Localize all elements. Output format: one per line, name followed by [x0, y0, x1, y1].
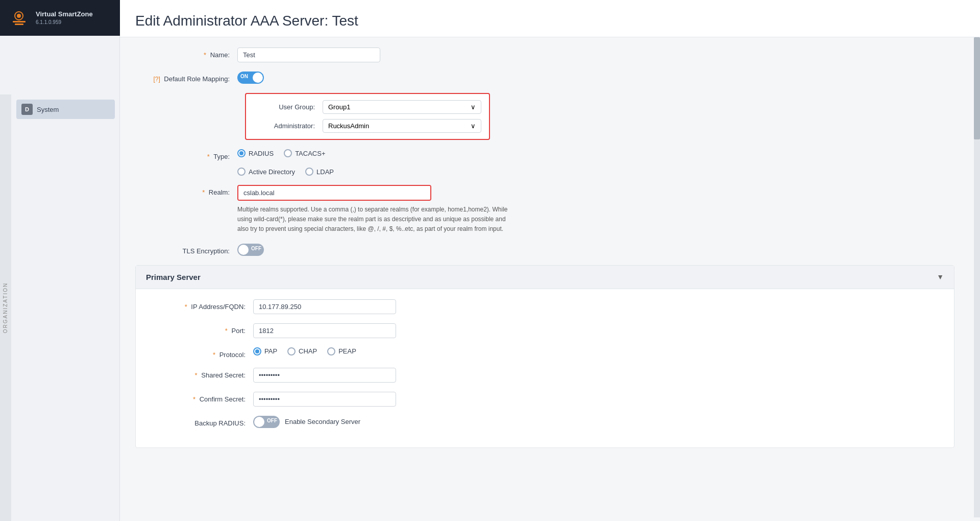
- logo-area: Virtual SmartZone 6.1.1.0.959: [0, 0, 120, 36]
- tree-item-label-system: System: [37, 106, 59, 113]
- tls-label-text: TLS Encryption:: [183, 247, 230, 255]
- type-ad-option[interactable]: Active Directory: [237, 168, 295, 176]
- confirm-secret-control: [253, 392, 396, 407]
- ldap-radio[interactable]: [305, 168, 313, 176]
- scrollbar-track[interactable]: [974, 37, 980, 517]
- organization-label: ORGANIZATION: [3, 282, 9, 333]
- port-row: * Port:: [151, 323, 939, 338]
- realm-control: Multiple realms supported. Use a comma (…: [237, 185, 954, 234]
- svg-rect-3: [13, 21, 26, 22]
- tls-toggle-knob: [238, 245, 249, 255]
- backup-radius-row: Backup RADIUS: OFF Enable Secondary Serv…: [151, 416, 939, 428]
- name-required-asterisk: *: [204, 51, 206, 59]
- backup-radius-control: OFF Enable Secondary Server: [253, 416, 457, 428]
- backup-radius-label-text: Backup RADIUS:: [194, 419, 246, 427]
- tls-toggle[interactable]: OFF: [237, 244, 264, 256]
- type-label: * Type:: [135, 149, 237, 160]
- name-control: [237, 48, 380, 62]
- ip-input[interactable]: [253, 299, 396, 314]
- primary-server-header[interactable]: Primary Server ▼: [136, 266, 954, 289]
- peap-radio[interactable]: [327, 347, 335, 356]
- ad-label: Active Directory: [249, 168, 295, 176]
- realm-input[interactable]: [238, 186, 431, 200]
- user-group-select[interactable]: Group1 ∨: [323, 100, 481, 114]
- ldap-label: LDAP: [316, 168, 334, 176]
- port-label: * Port:: [151, 323, 253, 335]
- svg-point-2: [17, 14, 21, 18]
- modal-header: Edit Administrator AAA Server: Test: [120, 0, 980, 37]
- confirm-secret-label: * Confirm Secret:: [151, 392, 253, 403]
- confirm-secret-input[interactable]: [253, 392, 396, 407]
- default-role-toggle[interactable]: ON: [237, 72, 264, 84]
- ip-control: [253, 299, 396, 314]
- administrator-value: RuckusAdmin: [328, 122, 369, 130]
- realm-required-asterisk: *: [202, 188, 205, 196]
- toggle-switch-on: ON: [237, 72, 380, 84]
- tls-label: TLS Encryption:: [135, 244, 237, 255]
- collapse-chevron-icon: ▼: [937, 273, 944, 281]
- protocol-peap-option[interactable]: PEAP: [327, 347, 356, 356]
- tls-off-label: OFF: [251, 246, 261, 251]
- name-label: * Name:: [135, 48, 237, 59]
- confirm-secret-required: *: [193, 395, 195, 403]
- org-side-label: ORGANIZATION: [0, 94, 11, 521]
- name-row: * Name:: [135, 48, 954, 62]
- sidebar: ORGANIZATION D System: [0, 36, 120, 521]
- chap-label: CHAP: [299, 347, 317, 355]
- ip-label-text: IP Address/FQDN:: [191, 303, 246, 311]
- tacacs-radio[interactable]: [284, 149, 292, 157]
- port-required-asterisk: *: [225, 327, 228, 335]
- protocol-chap-option[interactable]: CHAP: [287, 347, 317, 356]
- scrollbar-thumb[interactable]: [974, 37, 980, 139]
- tls-row: TLS Encryption: OFF: [135, 244, 954, 256]
- ruckus-logo-icon: [8, 7, 31, 30]
- protocol-radio-group: PAP CHAP PEAP: [253, 347, 396, 356]
- radius-radio[interactable]: [237, 149, 246, 157]
- user-group-chevron-icon: ∨: [471, 103, 476, 111]
- modal-body[interactable]: * Name: [?] Default Role Mapping: ON: [120, 37, 980, 517]
- protocol-pap-option[interactable]: PAP: [253, 347, 277, 356]
- realm-hint: Multiple realms supported. Use a comma (…: [237, 205, 508, 234]
- shared-secret-label-text: Shared Secret:: [201, 371, 246, 379]
- type-required-asterisk: *: [207, 153, 210, 160]
- realm-row: * Realm: Multiple realms supported. Use …: [135, 185, 954, 234]
- org-wrapper: ORGANIZATION D System: [0, 94, 120, 521]
- administrator-select[interactable]: RuckusAdmin ∨: [323, 119, 481, 133]
- toggle-knob: [253, 73, 263, 83]
- administrator-chevron-icon: ∨: [471, 122, 476, 130]
- shared-secret-required: *: [195, 371, 198, 379]
- ip-label: * IP Address/FQDN:: [151, 299, 253, 311]
- name-input[interactable]: [237, 48, 380, 62]
- chap-radio[interactable]: [287, 347, 296, 356]
- type-label-text: Type:: [213, 153, 230, 160]
- protocol-control: PAP CHAP PEAP: [253, 347, 396, 356]
- backup-radius-toggle[interactable]: OFF: [253, 416, 280, 428]
- type-ldap-option[interactable]: LDAP: [305, 168, 334, 176]
- tree-item-icon-d: D: [21, 104, 33, 115]
- primary-server-section: Primary Server ▼ * IP Address/FQDN:: [135, 265, 954, 448]
- backup-radius-text: Enable Secondary Server: [285, 418, 360, 425]
- realm-input-wrapper: [237, 185, 431, 201]
- type-tacacs-option[interactable]: TACACS+: [284, 149, 325, 157]
- pap-radio[interactable]: [253, 347, 261, 356]
- tree-item-system[interactable]: D System: [16, 100, 115, 119]
- user-group-row: User Group: Group1 ∨: [254, 100, 481, 114]
- type-radius-option[interactable]: RADIUS: [237, 149, 274, 157]
- name-label-text: Name:: [210, 51, 230, 59]
- protocol-label: * Protocol:: [151, 347, 253, 359]
- tacacs-label: TACACS+: [295, 150, 325, 157]
- shared-secret-input[interactable]: [253, 368, 396, 383]
- confirm-secret-label-text: Confirm Secret:: [200, 395, 246, 403]
- modal-title: Edit Administrator AAA Server: Test: [135, 13, 965, 29]
- tls-toggle-wrapper: OFF: [237, 244, 380, 256]
- administrator-row: Administrator: RuckusAdmin ∨: [254, 119, 481, 133]
- port-input[interactable]: [253, 323, 396, 338]
- default-role-row: [?] Default Role Mapping: ON: [135, 72, 954, 84]
- protocol-label-text: Protocol:: [219, 351, 246, 359]
- shared-secret-label: * Shared Secret:: [151, 368, 253, 379]
- type-control: RADIUS TACACS+ Active Directory LDA: [237, 149, 380, 176]
- modal-dialog: Edit Administrator AAA Server: Test * Na…: [120, 0, 980, 521]
- ip-row: * IP Address/FQDN:: [151, 299, 939, 314]
- default-role-label: [?] Default Role Mapping:: [135, 72, 237, 83]
- ad-radio[interactable]: [237, 168, 246, 176]
